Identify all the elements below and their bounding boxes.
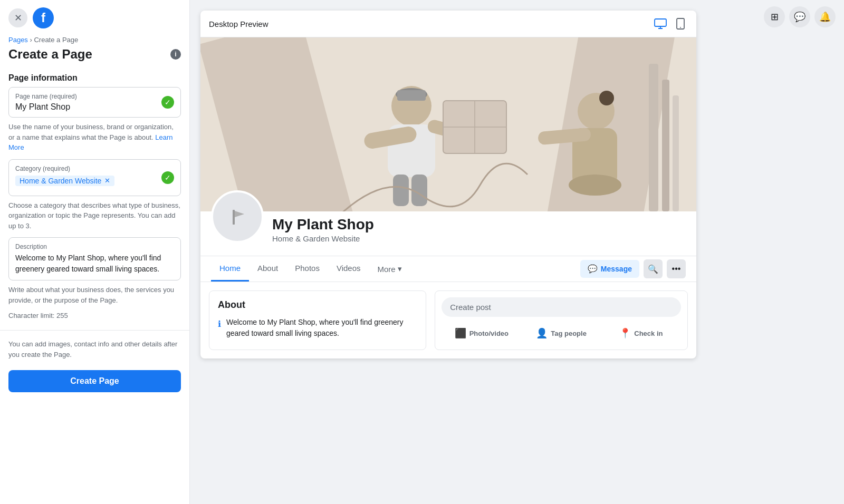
messenger-small-icon: 💬 [588,264,598,274]
tab-photos[interactable]: Photos [286,256,328,282]
page-name-label: Page name (required) [15,93,174,100]
svg-rect-27 [223,202,252,231]
ellipsis-icon: ••• [672,264,681,274]
nav-actions: 💬 Message 🔍 ••• [580,259,686,278]
cover-photo [200,37,696,211]
category-tag: Home & Garden Website ✕ [15,176,114,186]
description-value: Welcome to My Plant Shop, where you'll f… [15,253,174,275]
chevron-down-icon: ▾ [398,264,402,274]
svg-rect-24 [649,64,658,211]
preview-title: Desktop Preview [209,20,268,28]
category-section: Category (required) ✓ Home & Garden Webs… [0,159,189,200]
tab-home[interactable]: Home [211,256,249,282]
page-name-value: My Plant Shop [15,102,174,112]
page-name-check-icon: ✓ [161,96,174,109]
about-description: Welcome to My Plant Shop, where you'll f… [226,317,417,339]
page-name-area: My Plant Shop Home & Garden Website [272,216,374,247]
photo-video-label: Photo/video [469,329,509,337]
post-actions: ⬛ Photo/video 👤 Tag people 📍 Check in [442,323,681,343]
tab-about[interactable]: About [249,256,286,282]
form-section: Page name (required) My Plant Shop ✓ [0,87,189,122]
check-in-action[interactable]: 📍 Check in [601,323,681,343]
grid-icon: ⊞ [771,11,779,23]
create-post-button[interactable]: Create post [442,297,681,317]
tag-people-action[interactable]: 👤 Tag people [521,323,601,343]
message-button[interactable]: 💬 Message [580,260,639,278]
category-helper: Choose a category that describes what ty… [0,200,189,231]
preview-icons [653,18,688,30]
char-limit: Character limit: 255 [0,312,189,319]
svg-point-20 [599,91,614,105]
preview-page-category: Home & Garden Website [272,234,374,243]
category-remove-btn[interactable]: ✕ [104,177,110,185]
search-button[interactable]: 🔍 [644,259,663,278]
facebook-logo: f [33,7,54,28]
nav-tabs: Home About Photos Videos More ▾ [211,256,580,282]
messenger-icon-btn[interactable]: 💬 [789,6,810,27]
svg-rect-28 [233,210,235,225]
desktop-icon[interactable] [653,18,668,30]
you-can-add-text: You can add images, contact info and oth… [0,335,189,364]
grid-icon-btn[interactable]: ⊞ [764,6,785,27]
page-info-row: My Plant Shop Home & Garden Website [200,190,696,256]
about-card: About ℹ Welcome to My Plant Shop, where … [209,290,426,350]
check-in-label: Check in [634,329,663,337]
preview-card: Desktop Preview [200,11,696,358]
photo-video-action[interactable]: ⬛ Photo/video [442,323,521,343]
svg-rect-0 [655,19,666,26]
svg-rect-10 [397,90,426,101]
divider [0,330,189,331]
about-text-row: ℹ Welcome to My Plant Shop, where you'll… [218,317,417,339]
left-panel: ✕ f Pages › Create a Page Create a Page … [0,0,190,504]
page-information-section-title: Page information [0,68,189,87]
breadcrumb: Pages › Create a Page [0,28,189,46]
right-panel: Desktop Preview [190,0,844,504]
mobile-icon[interactable] [673,18,688,30]
page-navigation: Home About Photos Videos More ▾ 💬 Messag… [200,256,696,282]
top-navigation: ⊞ 💬 🔔 [764,6,836,27]
messenger-icon: 💬 [794,11,805,23]
page-content: About ℹ Welcome to My Plant Shop, where … [200,282,696,358]
tab-videos[interactable]: Videos [328,256,369,282]
info-small-icon: ℹ [218,318,221,331]
svg-point-4 [680,27,681,28]
check-in-icon: 📍 [619,327,631,339]
category-check-icon: ✓ [161,171,174,184]
description-section: Description Welcome to My Plant Shop, wh… [0,237,189,285]
more-actions-button[interactable]: ••• [667,259,686,278]
page-avatar [211,190,264,243]
page-name-input[interactable]: Page name (required) My Plant Shop ✓ [8,87,181,118]
close-button[interactable]: ✕ [8,8,27,27]
search-icon: 🔍 [648,264,658,274]
create-page-button[interactable]: Create Page [8,370,181,392]
photo-video-icon: ⬛ [455,327,466,339]
preview-header: Desktop Preview [200,11,696,37]
description-helper: Write about what your business does, the… [0,285,189,305]
category-input[interactable]: Category (required) ✓ Home & Garden Webs… [8,159,181,196]
close-icon: ✕ [14,12,22,24]
tag-people-icon: 👤 [536,327,548,339]
post-card: Create post ⬛ Photo/video 👤 Tag people 📍… [435,290,688,350]
bell-icon-btn[interactable]: 🔔 [814,6,836,27]
about-card-title: About [218,299,417,311]
tag-people-label: Tag people [551,329,587,337]
preview-page-name: My Plant Shop [272,216,374,233]
description-label: Description [15,243,174,250]
info-icon[interactable]: i [170,49,181,60]
left-header: ✕ f [0,0,189,28]
page-name-helper: Use the name of your business, brand or … [0,122,189,153]
tab-more[interactable]: More ▾ [369,256,410,282]
bell-icon: 🔔 [819,11,831,23]
category-label: Category (required) [15,165,174,172]
page-title: Create a Page i [0,46,189,68]
breadcrumb-pages-link[interactable]: Pages [8,36,28,44]
description-input[interactable]: Description Welcome to My Plant Shop, wh… [8,237,181,280]
